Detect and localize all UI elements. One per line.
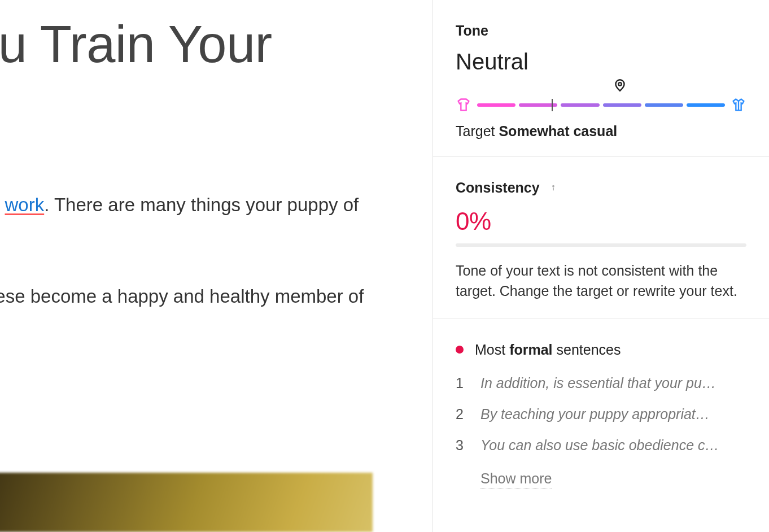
sentence-number: 3: [456, 437, 467, 453]
document-link-work[interactable]: work: [5, 194, 44, 215]
shirt-formal-icon: [731, 97, 746, 113]
svg-point-0: [618, 82, 621, 85]
sidebar: Tone Neutral: [432, 0, 769, 532]
consistency-section-label: Consistency: [456, 180, 540, 196]
sentence-text: In addition, is essential that your pu…: [480, 375, 746, 391]
consistency-description: Tone of your text is not consistent with…: [456, 260, 746, 302]
sentences-header-bold: formal: [509, 342, 552, 357]
sentences-header-prefix: Most: [475, 342, 509, 357]
tone-target-label: Target: [456, 123, 499, 139]
document-image: [0, 473, 373, 532]
paragraph-text: . There are many things your puppy of th…: [0, 194, 359, 244]
tone-value: Neutral: [456, 49, 746, 75]
document-body[interactable]: elcome to the wonderful world of dog wor…: [0, 190, 395, 311]
status-dot-icon: [456, 346, 464, 354]
tone-slider[interactable]: Target Somewhat casual: [456, 97, 746, 139]
tone-current-marker: [552, 99, 553, 111]
show-more-link[interactable]: Show more: [480, 470, 552, 489]
formal-sentences-panel: Most formal sentences 1 In addition, is …: [433, 319, 769, 505]
formal-sentences-list: 1 In addition, is essential that your pu…: [456, 375, 746, 453]
info-icon[interactable]: [548, 182, 559, 194]
document-paragraph-2: new puppy to learn. Not to worry! These …: [0, 282, 395, 311]
app-root: ou Train Your elcome to the wonderful wo…: [0, 0, 769, 532]
sentence-number: 2: [456, 406, 467, 422]
sentences-header-suffix: sentences: [553, 342, 621, 357]
tone-target-value: Somewhat casual: [499, 123, 617, 139]
sentence-text: By teaching your puppy appropriat…: [480, 406, 746, 422]
document-paragraph-1: elcome to the wonderful world of dog wor…: [0, 190, 395, 248]
tone-panel: Tone Neutral: [433, 0, 769, 156]
sentence-text: You can also use basic obedience c…: [480, 437, 746, 453]
tone-target: Target Somewhat casual: [456, 123, 746, 139]
tshirt-casual-icon: [456, 97, 471, 113]
sentence-number: 1: [456, 375, 467, 391]
list-item[interactable]: 1 In addition, is essential that your pu…: [456, 375, 746, 391]
consistency-value: 0%: [456, 207, 746, 236]
svg-point-1: [553, 185, 554, 186]
formal-sentences-header: Most formal sentences: [456, 342, 746, 358]
tone-section-label: Tone: [456, 23, 746, 39]
document-title: ou Train Your: [0, 17, 432, 72]
map-pin-icon: [613, 77, 627, 96]
list-item[interactable]: 2 By teaching your puppy appropriat…: [456, 406, 746, 422]
list-item[interactable]: 3 You can also use basic obedience c…: [456, 437, 746, 453]
consistency-panel: Consistency 0% Tone of your text is not …: [433, 156, 769, 319]
tone-slider-track[interactable]: [477, 103, 725, 107]
consistency-progress-bar: [456, 243, 746, 247]
document-pane: ou Train Your elcome to the wonderful wo…: [0, 0, 432, 532]
